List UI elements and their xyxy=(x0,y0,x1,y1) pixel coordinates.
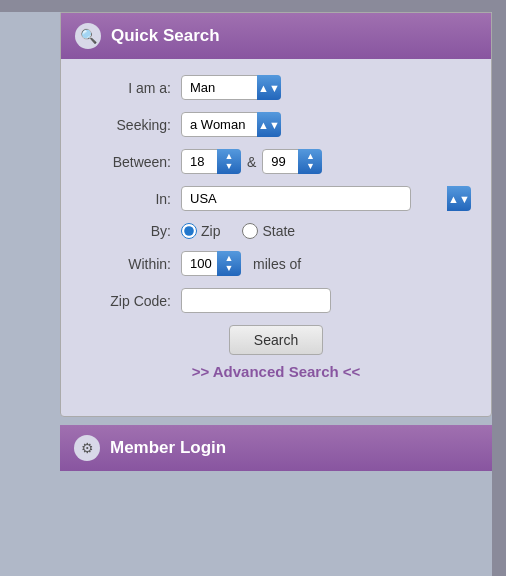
i-am-a-select-wrapper: Man Woman ▲▼ xyxy=(181,75,281,100)
panel-header: 🔍 Quick Search xyxy=(61,13,491,59)
country-select-wrapper: USA Canada UK ▲▼ xyxy=(181,186,471,211)
zip-code-row: Zip Code: xyxy=(81,288,471,313)
within-controls: ▲ ▼ miles of xyxy=(181,251,301,276)
between-row: Between: ▲ ▼ & ▲ ▼ xyxy=(81,149,471,174)
between-controls: ▲ ▼ & ▲ ▼ xyxy=(181,149,322,174)
in-row: In: USA Canada UK ▲▼ xyxy=(81,186,471,211)
advanced-search-link[interactable]: >> Advanced Search << xyxy=(192,363,361,380)
country-arrow-icon: ▲▼ xyxy=(447,186,471,211)
member-login-icon: ⚙ xyxy=(74,435,100,461)
zip-radio-text: Zip xyxy=(201,223,220,239)
by-radio-group: Zip State xyxy=(181,223,295,239)
in-label: In: xyxy=(81,191,181,207)
seeking-select[interactable]: a Woman a Man xyxy=(181,112,281,137)
age-min-input[interactable] xyxy=(181,149,241,174)
state-radio-label[interactable]: State xyxy=(242,223,295,239)
within-stepper-wrapper: ▲ ▼ xyxy=(181,251,241,276)
zip-code-label: Zip Code: xyxy=(81,293,181,309)
quick-search-panel: 🔍 Quick Search I am a: Man Woman ▲▼ Seek… xyxy=(60,12,492,417)
state-radio[interactable] xyxy=(242,223,258,239)
state-radio-text: State xyxy=(262,223,295,239)
age-max-input[interactable] xyxy=(262,149,322,174)
advanced-search-section: >> Advanced Search << xyxy=(81,355,471,396)
age-min-wrapper: ▲ ▼ xyxy=(181,149,241,174)
zip-code-input[interactable] xyxy=(181,288,331,313)
i-am-a-label: I am a: xyxy=(81,80,181,96)
panel-title: Quick Search xyxy=(111,26,220,46)
between-label: Between: xyxy=(81,154,181,170)
within-label: Within: xyxy=(81,256,181,272)
panel-body: I am a: Man Woman ▲▼ Seeking: a Woman a … xyxy=(61,59,491,416)
by-label: By: xyxy=(81,223,181,239)
zip-radio[interactable] xyxy=(181,223,197,239)
within-row: Within: ▲ ▼ miles of xyxy=(81,251,471,276)
i-am-a-row: I am a: Man Woman ▲▼ xyxy=(81,75,471,100)
top-bar xyxy=(0,0,506,12)
sidebar-right xyxy=(492,0,506,576)
main-container: 🔍 Quick Search I am a: Man Woman ▲▼ Seek… xyxy=(60,12,492,471)
zip-radio-label[interactable]: Zip xyxy=(181,223,220,239)
miles-of-label: miles of xyxy=(253,256,301,272)
search-button[interactable]: Search xyxy=(229,325,323,355)
seeking-label: Seeking: xyxy=(81,117,181,133)
age-max-wrapper: ▲ ▼ xyxy=(262,149,322,174)
i-am-a-select[interactable]: Man Woman xyxy=(181,75,281,100)
member-login-header: ⚙ Member Login xyxy=(60,425,492,471)
and-label: & xyxy=(247,154,256,170)
seeking-row: Seeking: a Woman a Man ▲▼ xyxy=(81,112,471,137)
seeking-select-wrapper: a Woman a Man ▲▼ xyxy=(181,112,281,137)
member-login-title: Member Login xyxy=(110,438,226,458)
search-button-row: Search xyxy=(81,325,471,355)
search-icon: 🔍 xyxy=(75,23,101,49)
by-row: By: Zip State xyxy=(81,223,471,239)
within-input[interactable] xyxy=(181,251,241,276)
country-select[interactable]: USA Canada UK xyxy=(181,186,411,211)
